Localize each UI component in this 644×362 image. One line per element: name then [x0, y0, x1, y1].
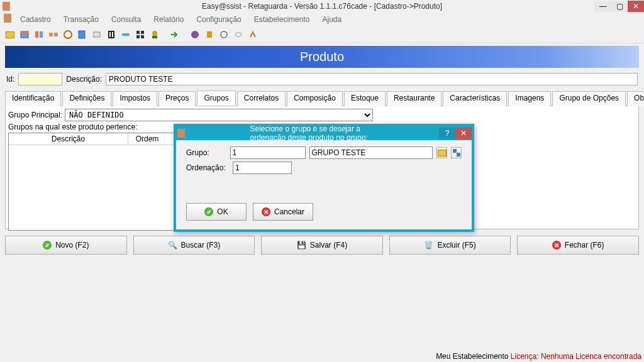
svg-rect-18	[152, 36, 157, 38]
salvar-button-label: Salvar (F4)	[310, 241, 347, 250]
close-icon: ✕	[552, 241, 561, 250]
svg-rect-7	[79, 31, 85, 38]
toolbar-btn-7[interactable]	[91, 28, 103, 41]
svg-rect-8	[94, 32, 100, 37]
app-icon	[3, 2, 10, 11]
status-estabelecimento: Meu Estabelecimento	[436, 352, 511, 361]
col-ordem[interactable]: Ordem	[128, 133, 166, 145]
tab-impostos[interactable]: Impostos	[113, 91, 157, 106]
svg-rect-11	[112, 32, 113, 37]
toolbar-btn-8[interactable]	[105, 28, 118, 41]
menu-relatorio[interactable]: Relatório	[150, 14, 187, 25]
window-maximize-button[interactable]: ▢	[611, 1, 628, 12]
tab-definicoes[interactable]: Definições	[62, 91, 111, 106]
fechar-button-label: Fechar (F6)	[565, 241, 604, 250]
svg-point-6	[64, 31, 72, 38]
window-minimize-button[interactable]: —	[595, 1, 611, 12]
toolbar-btn-4[interactable]	[47, 28, 60, 41]
modal-ordenacao-input[interactable]	[233, 162, 292, 174]
svg-rect-5	[54, 33, 58, 36]
svg-rect-2	[35, 31, 38, 38]
tab-grupo-opcoes[interactable]: Grupo de Opções	[552, 91, 626, 106]
svg-rect-22	[453, 149, 457, 153]
toolbar-btn-e[interactable]	[247, 28, 259, 41]
search-icon: 🔍	[168, 241, 177, 250]
toolbar-btn-9[interactable]	[119, 28, 132, 41]
menu-ajuda[interactable]: Ajuda	[318, 14, 345, 25]
tab-identificacao[interactable]: Identificação	[5, 91, 61, 106]
modal-cancel-label: Cancelar	[274, 207, 304, 216]
toolbar-btn-arrow[interactable]	[169, 28, 181, 41]
tab-estoque[interactable]: Estoque	[344, 91, 386, 106]
grupo-principal-select[interactable]: NÃO DEFINIDO	[65, 109, 373, 121]
tab-caracteristicas[interactable]: Características	[443, 91, 507, 106]
menu-consulta[interactable]: Consulta	[108, 14, 145, 25]
tab-observacoes[interactable]: Observações (itens)	[627, 91, 644, 106]
app-menu-icon	[4, 14, 11, 23]
modal-app-icon	[177, 129, 185, 138]
svg-rect-20	[207, 31, 212, 38]
modal-cancel-button[interactable]: ✕ Cancelar	[253, 203, 313, 221]
trash-icon: 🗑️	[424, 241, 433, 250]
tab-correlatos[interactable]: Correlatos	[237, 91, 286, 106]
buscar-button-label: Buscar (F3)	[181, 241, 221, 250]
toolbar	[0, 26, 644, 43]
novo-button-label: Novo (F2)	[55, 241, 89, 250]
modal-add-button[interactable]	[451, 147, 462, 158]
toolbar-btn-1[interactable]	[4, 28, 16, 41]
descricao-input[interactable]	[106, 73, 638, 85]
svg-rect-10	[109, 32, 111, 37]
toolbar-btn-c[interactable]	[218, 28, 230, 41]
svg-point-21	[221, 31, 227, 38]
toolbar-btn-6[interactable]	[76, 28, 89, 41]
toolbar-btn-d[interactable]	[232, 28, 245, 41]
grupo-modal-titlebar[interactable]: Selecione o grupo e se desejar a ordenaç…	[176, 126, 472, 140]
toolbar-btn-10[interactable]	[134, 28, 147, 41]
toolbar-btn-a[interactable]	[189, 28, 201, 41]
menu-estabelecimento[interactable]: Estabelecimento	[250, 14, 314, 25]
tab-composicao[interactable]: Composição	[287, 91, 343, 106]
modal-grupo-code-input[interactable]	[230, 146, 306, 159]
toolbar-btn-5[interactable]	[62, 28, 74, 41]
modal-ok-button[interactable]: ✓ OK	[186, 203, 247, 221]
modal-grupo-name-input[interactable]	[309, 146, 433, 159]
modal-grupo-label: Grupo:	[186, 148, 226, 157]
excluir-button[interactable]: 🗑️ Excluir (F5)	[389, 236, 511, 255]
buscar-button[interactable]: 🔍 Buscar (F3)	[133, 236, 255, 255]
toolbar-btn-b[interactable]	[203, 28, 216, 41]
svg-rect-9	[108, 31, 114, 38]
tab-restaurante[interactable]: Restaurante	[387, 91, 441, 106]
novo-button[interactable]: ✓ Novo (F2)	[5, 236, 127, 255]
modal-close-button[interactable]: ✕	[455, 128, 472, 139]
toolbar-btn-2[interactable]	[18, 28, 31, 41]
tab-imagens[interactable]: Imagens	[508, 91, 551, 106]
menu-transacao[interactable]: Transação	[60, 14, 103, 25]
fechar-button[interactable]: ✕ Fechar (F6)	[517, 236, 639, 255]
svg-rect-13	[136, 31, 140, 34]
folder-icon	[438, 150, 447, 156]
menu-configuracao[interactable]: Configuração	[192, 14, 245, 25]
salvar-button[interactable]: 💾 Salvar (F4)	[261, 236, 383, 255]
toolbar-btn-11[interactable]	[148, 28, 161, 41]
col-descricao[interactable]: Descrição	[9, 133, 128, 145]
menu-cadastro[interactable]: Cadastro	[16, 14, 55, 25]
svg-point-17	[152, 31, 157, 36]
tab-grupos[interactable]: Grupos	[197, 90, 235, 106]
modal-help-button[interactable]: ?	[439, 128, 455, 139]
svg-rect-1	[21, 31, 28, 33]
svg-rect-4	[49, 33, 53, 36]
toolbar-btn-3[interactable]	[33, 28, 45, 41]
id-input[interactable]	[18, 73, 62, 85]
svg-rect-12	[122, 33, 130, 36]
window-close-button[interactable]: ✕	[628, 1, 644, 12]
id-label: Id:	[6, 75, 14, 84]
svg-rect-16	[141, 35, 144, 38]
modal-lookup-button[interactable]	[436, 147, 447, 158]
tabs-bar: Identificação Definições Impostos Preços…	[5, 90, 639, 106]
window-titlebar: Easy@ssist - Retaguarda - Versão 1.1.1.c…	[0, 0, 644, 13]
modal-ordenacao-label: Ordenação:	[186, 163, 229, 172]
grupo-modal: Selecione o grupo e se desejar a ordenaç…	[174, 124, 474, 232]
tab-precos[interactable]: Preços	[158, 91, 196, 106]
svg-rect-3	[40, 31, 43, 38]
svg-rect-15	[136, 35, 140, 38]
